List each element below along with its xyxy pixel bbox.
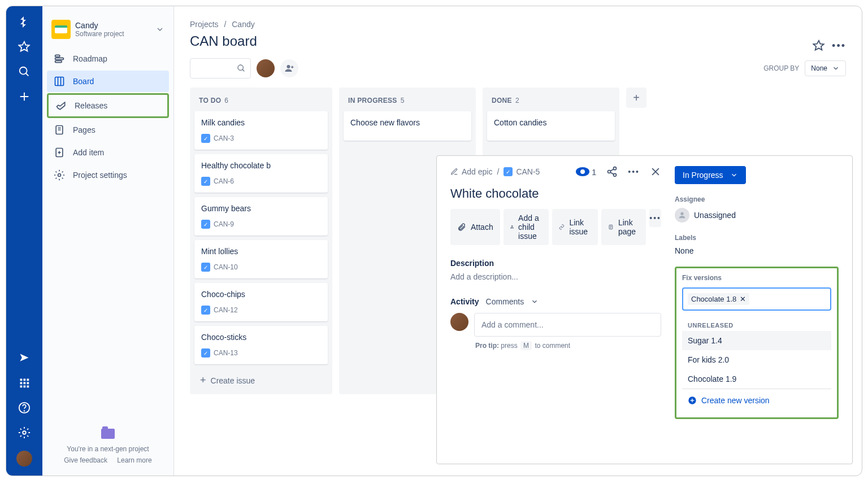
- more-actions-button[interactable]: •••: [649, 209, 661, 227]
- svg-line-30: [242, 69, 244, 71]
- card[interactable]: Choco-sticks✓CAN-13: [194, 326, 328, 364]
- user-avatar[interactable]: [16, 451, 32, 467]
- jira-logo-icon[interactable]: [18, 15, 31, 29]
- close-icon[interactable]: [650, 166, 661, 177]
- create-version-button[interactable]: Create new version: [682, 389, 831, 412]
- search-input[interactable]: [190, 58, 251, 79]
- svg-rect-43: [511, 225, 513, 226]
- svg-line-1: [26, 73, 29, 76]
- assignee-label: Assignee: [675, 195, 839, 203]
- svg-point-38: [614, 173, 617, 176]
- star-icon[interactable]: [813, 40, 825, 52]
- sidebar-item-settings[interactable]: Project settings: [47, 164, 169, 186]
- card[interactable]: Healthy chocolate b✓CAN-6: [194, 154, 328, 193]
- apps-icon[interactable]: [18, 376, 31, 390]
- column-todo: TO DO6 Milk candies✓CAN-3Healthy chocola…: [190, 88, 332, 394]
- sidebar-item-roadmap[interactable]: Roadmap: [47, 48, 169, 69]
- sidebar-item-board[interactable]: Board: [47, 71, 169, 92]
- svg-point-29: [238, 65, 243, 70]
- svg-rect-19: [55, 77, 64, 86]
- svg-rect-17: [55, 58, 64, 59]
- sidebar-item-label: Releases: [75, 101, 107, 110]
- folder-icon: [101, 429, 115, 439]
- sidebar-item-releases[interactable]: Releases: [47, 93, 169, 118]
- svg-rect-18: [55, 60, 62, 62]
- gear-icon: [54, 169, 65, 181]
- sidebar-item-add[interactable]: Add item: [47, 142, 169, 163]
- notification-icon[interactable]: [18, 351, 31, 365]
- create-issue-button[interactable]: +Create issue: [194, 369, 328, 392]
- link-page-button[interactable]: Link page: [601, 209, 646, 245]
- activity-label: Activity: [450, 297, 479, 306]
- version-option[interactable]: Chocolate 1.9: [682, 369, 831, 389]
- add-child-button[interactable]: Add a child issue: [504, 209, 549, 245]
- main-content: Projects / Candy CAN board ••• GROUP BY …: [174, 6, 862, 476]
- user-avatar: [450, 313, 468, 331]
- version-group-label: UNRELEASED: [682, 316, 831, 331]
- breadcrumb-project[interactable]: Candy: [232, 20, 254, 29]
- svg-line-40: [610, 172, 614, 174]
- status-dropdown[interactable]: In Progress: [675, 166, 746, 184]
- card[interactable]: Milk candies✓CAN-3: [194, 111, 328, 150]
- group-by-dropdown[interactable]: None: [805, 60, 846, 76]
- version-option[interactable]: For kids 2.0: [682, 350, 831, 369]
- add-column-button[interactable]: +: [626, 88, 646, 108]
- card[interactable]: Mint lollies✓CAN-10: [194, 240, 328, 278]
- remove-icon[interactable]: ✕: [740, 295, 746, 303]
- svg-rect-11: [24, 386, 26, 388]
- search-icon[interactable]: [18, 65, 31, 79]
- project-header[interactable]: Candy Software project: [47, 20, 169, 48]
- svg-point-14: [24, 411, 25, 411]
- sidebar-item-pages[interactable]: Pages: [47, 119, 169, 141]
- breadcrumb-projects[interactable]: Projects: [190, 20, 219, 29]
- svg-point-54: [680, 212, 683, 215]
- card[interactable]: Choose new flavors: [344, 111, 471, 141]
- version-option[interactable]: Sugar 1.4: [682, 331, 831, 350]
- attach-button[interactable]: Attach: [450, 209, 500, 245]
- give-feedback-link[interactable]: Give feedback: [64, 456, 107, 464]
- more-icon[interactable]: •••: [832, 40, 846, 52]
- add-item-icon: [54, 147, 65, 158]
- user-avatar[interactable]: [257, 59, 275, 77]
- help-icon[interactable]: [18, 401, 31, 415]
- group-by-label: GROUP BY: [763, 64, 799, 72]
- fix-versions-input[interactable]: Chocolate 1.8 ✕: [682, 287, 831, 311]
- issue-title[interactable]: White chocolate: [450, 186, 661, 201]
- watch-button[interactable]: 1: [576, 167, 596, 177]
- project-type: Software project: [75, 30, 124, 38]
- comment-input[interactable]: Add a comment...: [474, 313, 661, 337]
- learn-more-link[interactable]: Learn more: [117, 456, 151, 464]
- share-icon[interactable]: [606, 166, 618, 177]
- svg-point-37: [608, 171, 611, 173]
- svg-rect-45: [513, 228, 514, 229]
- star-icon[interactable]: [18, 40, 31, 54]
- sidebar-item-label: Add item: [73, 148, 104, 157]
- assignee-field[interactable]: Unassigned: [675, 208, 839, 223]
- sidebar-footer: You're in a next-gen project Give feedba…: [47, 424, 169, 469]
- settings-icon[interactable]: [18, 426, 31, 439]
- create-icon[interactable]: [18, 90, 31, 103]
- version-chip[interactable]: Chocolate 1.8 ✕: [688, 293, 749, 305]
- card[interactable]: Gummy bears✓CAN-9: [194, 197, 328, 236]
- svg-rect-7: [20, 382, 23, 385]
- sidebar-item-label: Project settings: [73, 171, 127, 180]
- add-person-button[interactable]: [280, 59, 298, 77]
- issue-key-link[interactable]: ✓ CAN-5: [504, 167, 540, 176]
- project-icon: [51, 20, 71, 39]
- svg-rect-9: [27, 382, 29, 385]
- card[interactable]: Cotton candies: [487, 111, 615, 141]
- fix-versions-label: Fix versions: [682, 274, 831, 282]
- chevron-down-icon[interactable]: [155, 25, 164, 34]
- labels-field[interactable]: None: [675, 246, 839, 255]
- card[interactable]: Choco-chips✓CAN-12: [194, 283, 328, 321]
- description-field[interactable]: Add a description...: [450, 272, 661, 281]
- svg-rect-8: [24, 382, 26, 385]
- link-issue-button[interactable]: Link issue: [552, 209, 598, 245]
- roadmap-icon: [54, 53, 65, 64]
- add-epic-link[interactable]: Add epic: [450, 167, 492, 176]
- pro-tip: Pro tip: press M to comment: [475, 341, 661, 350]
- project-name: Candy: [75, 21, 124, 30]
- sidebar-item-label: Board: [73, 77, 94, 86]
- sidebar-item-label: Pages: [73, 125, 96, 134]
- more-icon[interactable]: •••: [628, 167, 640, 176]
